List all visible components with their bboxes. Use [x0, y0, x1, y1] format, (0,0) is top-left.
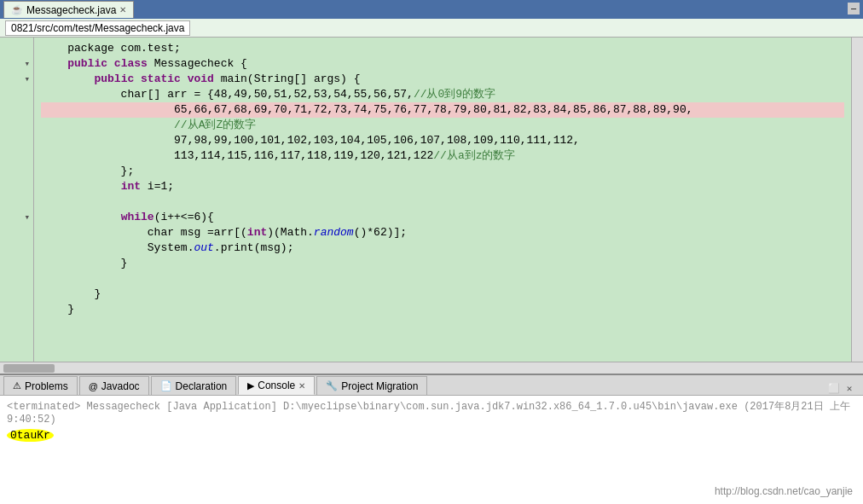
gutter-row — [0, 302, 33, 317]
problems-icon: ⚠ — [13, 380, 21, 391]
code-line: public static void main(String[] args) { — [41, 72, 844, 87]
code-line: } — [41, 287, 844, 302]
project-migration-icon: 🔧 — [326, 380, 338, 391]
code-line — [41, 194, 844, 210]
code-line: char msg =arr[(int)(Math.random()*62)]; — [41, 225, 844, 240]
title-bar: ☕ Messagecheck.java ✕ — — [0, 0, 863, 19]
watermark: http://blog.csdn.net/cao_yanjie — [715, 485, 853, 497]
code-line: package com.test; — [41, 41, 844, 56]
editor-code-area[interactable]: package com.test; public class Messagech… — [34, 38, 851, 362]
tab-javadoc[interactable]: @ Javadoc — [79, 376, 149, 395]
tab-console[interactable]: ▶ Console ✕ — [238, 376, 315, 395]
code-line: }; — [41, 164, 844, 179]
gutter-row: ▾ — [0, 72, 33, 87]
gutter-row — [0, 271, 33, 287]
gutter-row — [0, 118, 33, 133]
console-output-value: 0tauKr — [10, 429, 50, 442]
editor-tab[interactable]: ☕ Messagecheck.java ✕ — [3, 1, 134, 18]
tab-project-migration[interactable]: 🔧 Project Migration — [316, 376, 427, 395]
panel-tabs-row: ⚠ Problems @ Javadoc 📄 Declaration ▶ Con… — [0, 375, 863, 396]
editor-vertical-scrollbar[interactable] — [851, 38, 863, 362]
code-line: while(i++<=6){ — [41, 210, 844, 225]
java-file-icon: ☕ — [11, 4, 23, 15]
watermark-text: http://blog.csdn.net/cao_yanjie — [715, 485, 853, 497]
console-output-line: 0tauKr — [7, 429, 856, 442]
code-line: int i=1; — [41, 179, 844, 194]
tab-console-label: Console — [258, 379, 295, 391]
code-line: char[] arr = {48,49,50,51,52,53,54,55,56… — [41, 87, 844, 102]
breadcrumb: 0821/src/com/test/Messagecheck.java — [5, 20, 190, 36]
code-line: public class Messagecheck { — [41, 56, 844, 72]
console-terminated-text: <terminated> Messagecheck [Java Applicat… — [7, 399, 856, 426]
gutter-row — [0, 225, 33, 240]
panel-close-icon[interactable]: ✕ — [843, 381, 856, 395]
gutter-row — [0, 133, 33, 148]
code-line — [41, 271, 844, 287]
console-close-icon[interactable]: ✕ — [298, 381, 305, 391]
code-line: } — [41, 256, 844, 271]
console-output-text: 0tauKr — [7, 429, 54, 442]
code-line: } — [41, 302, 844, 317]
editor-gutter: ▾ ▾ ▾ — [0, 38, 34, 362]
gutter-row — [0, 102, 33, 118]
gutter-row: ▾ — [0, 210, 33, 225]
gutter-row — [0, 179, 33, 194]
tab-javadoc-label: Javadoc — [101, 380, 140, 392]
tab-label: Messagecheck.java — [26, 4, 116, 16]
tab-declaration[interactable]: 📄 Declaration — [151, 376, 237, 395]
scroll-thumb[interactable] — [3, 364, 55, 373]
code-line: 97,98,99,100,101,102,103,104,105,106,107… — [41, 133, 844, 148]
javadoc-icon: @ — [89, 381, 98, 391]
declaration-icon: 📄 — [160, 380, 172, 391]
code-line-highlighted: 65,66,67,68,69,70,71,72,73,74,75,76,77,7… — [41, 102, 844, 118]
horizontal-scrollbar[interactable] — [0, 362, 863, 374]
console-icon: ▶ — [247, 380, 254, 391]
gutter-row — [0, 256, 33, 271]
gutter-row: ▾ — [0, 56, 33, 72]
tab-close-icon[interactable]: ✕ — [119, 5, 126, 14]
gutter-row — [0, 240, 33, 256]
gutter-row — [0, 164, 33, 179]
breadcrumb-bar: 0821/src/com/test/Messagecheck.java — [0, 19, 863, 38]
gutter-row — [0, 194, 33, 210]
code-editor: ▾ ▾ ▾ package com.test; public class Mes… — [0, 38, 863, 362]
panel-minimize-icon[interactable]: ⬜ — [827, 381, 841, 395]
panel-tabs: ⚠ Problems @ Javadoc 📄 Declaration ▶ Con… — [0, 375, 863, 396]
tab-declaration-label: Declaration — [176, 380, 228, 392]
gutter-row — [0, 148, 33, 164]
code-line: //从A到Z的数字 — [41, 118, 844, 133]
tab-problems[interactable]: ⚠ Problems — [3, 376, 78, 395]
tab-problems-label: Problems — [25, 380, 68, 392]
gutter-row — [0, 41, 33, 56]
code-line: System.out.print(msg); — [41, 240, 844, 256]
code-line: 113,114,115,116,117,118,119,120,121,122/… — [41, 148, 844, 164]
tab-project-migration-label: Project Migration — [341, 380, 418, 392]
gutter-row — [0, 87, 33, 102]
gutter-row — [0, 287, 33, 302]
window-minimize-icon[interactable]: — — [848, 3, 860, 14]
